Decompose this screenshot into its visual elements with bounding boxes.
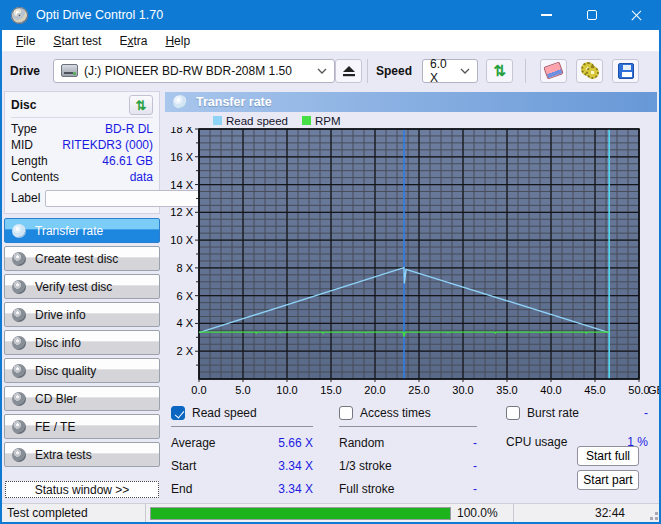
save-button[interactable]	[612, 59, 639, 83]
legend-item-read-speed: Read speed	[213, 115, 288, 127]
access-times-checkbox-label: Access times	[360, 406, 431, 420]
menu-start-test[interactable]: Start test	[44, 32, 110, 50]
drive-icon	[61, 64, 78, 77]
eject-icon	[342, 65, 356, 77]
sidebar-item-disc-info[interactable]: Disc info	[4, 330, 160, 355]
status-window-button[interactable]: Status window >>	[5, 481, 159, 498]
burst-rate-checkbox-label: Burst rate	[527, 406, 579, 420]
menu-extra[interactable]: Extra	[110, 32, 156, 50]
resize-grip[interactable]	[655, 517, 658, 520]
status-text: Test completed	[2, 506, 145, 520]
disc-row-label: Length	[11, 154, 48, 168]
svg-text:14 X: 14 X	[170, 179, 193, 191]
svg-text:50.0: 50.0	[628, 384, 649, 396]
disc-row-contents: Contents data	[11, 169, 153, 185]
svg-text:45.0: 45.0	[584, 384, 605, 396]
disc-row-label: Type	[11, 122, 37, 136]
svg-text:25.0: 25.0	[408, 384, 429, 396]
drive-select-value: (J:) PIONEER BD-RW BDR-208M 1.50	[84, 64, 292, 78]
sidebar-item-extra-tests[interactable]: Extra tests	[4, 442, 160, 467]
end-value: 3.34 X	[278, 482, 313, 496]
main-area: Disc ⇅ Type BD-R DL MID RITEKDR3 (000) L…	[2, 89, 659, 503]
disc-icon	[12, 364, 26, 378]
disc-row-type: Type BD-R DL	[11, 121, 153, 137]
window-controls	[524, 0, 659, 30]
one-third-stroke-value: -	[473, 459, 477, 473]
random-value: -	[473, 436, 477, 450]
svg-text:0.0: 0.0	[191, 384, 206, 396]
progress-bar	[146, 507, 455, 520]
disc-row-value: BD-R DL	[105, 122, 153, 136]
start-buttons: Start full Start part	[577, 446, 639, 490]
disc-icon	[12, 224, 26, 238]
disc-row-length: Length 46.61 GB	[11, 153, 153, 169]
burst-rate-results: Burst rate - CPU usage1 %	[506, 406, 648, 449]
sidebar-item-fe-te[interactable]: FE / TE	[4, 414, 160, 439]
disc-panel-title: Disc	[11, 98, 36, 112]
floppy-save-icon	[618, 63, 634, 79]
eraser-icon	[543, 61, 563, 79]
svg-text:10 X: 10 X	[170, 234, 193, 246]
refresh-arrows-icon: ⇅	[136, 99, 147, 112]
start-full-button[interactable]: Start full	[577, 446, 639, 466]
chevron-down-icon	[460, 68, 470, 74]
disc-icon	[12, 448, 26, 462]
sidebar-item-create-test-disc[interactable]: Create test disc	[4, 246, 160, 271]
chart-legend: Read speed RPM	[213, 114, 657, 127]
sidebar-item-transfer-rate[interactable]: Transfer rate	[4, 218, 160, 243]
titlebar: Opti Drive Control 1.70	[2, 0, 659, 30]
left-panel: Disc ⇅ Type BD-R DL MID RITEKDR3 (000) L…	[2, 89, 162, 503]
toolbar-separator	[367, 59, 368, 83]
refresh-disc-button[interactable]: ⇅	[129, 95, 153, 115]
disc-icon	[12, 392, 26, 406]
refresh-arrows-icon: ⇅	[493, 63, 506, 78]
minimize-icon	[541, 14, 552, 16]
section-title: Transfer rate	[196, 95, 272, 109]
menu-file[interactable]: File	[7, 32, 44, 50]
legend-item-rpm: RPM	[302, 115, 341, 127]
speed-select[interactable]: 6.0 X	[422, 59, 478, 83]
burst-rate-value: -	[644, 406, 648, 420]
svg-text:18 X: 18 X	[170, 127, 193, 135]
svg-text:16 X: 16 X	[170, 151, 193, 163]
drive-select[interactable]: (J:) PIONEER BD-RW BDR-208M 1.50	[53, 59, 335, 83]
read-speed-checkbox-label: Read speed	[192, 406, 257, 420]
disc-row-value[interactable]: data	[130, 170, 153, 184]
sidebar-item-disc-quality[interactable]: Disc quality	[4, 358, 160, 383]
svg-text:6 X: 6 X	[176, 290, 193, 302]
maximize-button[interactable]	[569, 0, 614, 30]
disc-icon	[12, 252, 26, 266]
sidebar-nav: Transfer rate Create test disc Verify te…	[4, 218, 160, 467]
close-button[interactable]	[614, 0, 659, 30]
drive-label: Drive	[10, 64, 40, 78]
disc-label-row: Label	[11, 188, 153, 208]
sidebar-item-verify-test-disc[interactable]: Verify test disc	[4, 274, 160, 299]
legend-label: Read speed	[226, 115, 288, 127]
access-times-checkbox[interactable]	[339, 406, 353, 420]
disc-row-value: RITEKDR3 (000)	[62, 138, 153, 152]
start-part-button[interactable]: Start part	[577, 470, 639, 490]
elapsed-time: 32:44	[595, 506, 659, 520]
disc-icon	[12, 280, 26, 294]
disc-panel: Disc ⇅ Type BD-R DL MID RITEKDR3 (000) L…	[4, 91, 160, 214]
sidebar-item-drive-info[interactable]: Drive info	[4, 302, 160, 327]
erase-disc-button[interactable]	[540, 59, 567, 83]
chevron-down-icon	[317, 68, 327, 74]
chart-area: Read speed RPM 2 X4 X6 X8 X10 X12 X14 X1…	[165, 112, 657, 399]
settings-button[interactable]	[576, 59, 603, 83]
minimize-button[interactable]	[524, 0, 569, 30]
start-value: 3.34 X	[278, 459, 313, 473]
eject-button[interactable]	[335, 59, 362, 83]
app-window: Opti Drive Control 1.70 File Start test …	[0, 0, 661, 524]
svg-text:12 X: 12 X	[170, 206, 193, 218]
burst-rate-checkbox[interactable]	[506, 406, 520, 420]
read-speed-checkbox[interactable]	[171, 406, 185, 420]
sidebar-item-cd-bler[interactable]: CD Bler	[4, 386, 160, 411]
statusbar: Test completed 100.0% 32:44	[2, 503, 659, 522]
legend-swatch	[213, 116, 222, 125]
content-panel: Transfer rate Read speed RPM 2 X4 X6 X8 …	[162, 89, 659, 503]
refresh-speeds-button[interactable]: ⇅	[486, 59, 513, 83]
menubar: File Start test Extra Help	[2, 30, 659, 52]
menu-help[interactable]: Help	[156, 32, 199, 50]
close-icon	[630, 9, 643, 22]
